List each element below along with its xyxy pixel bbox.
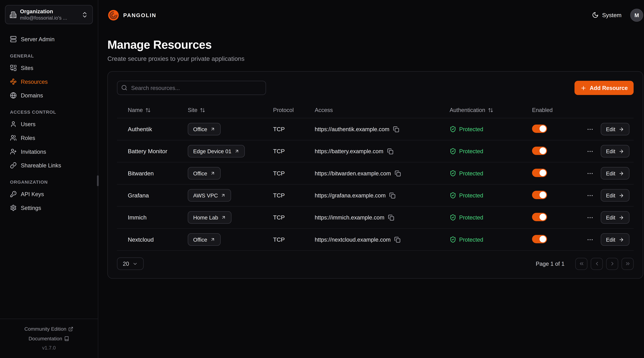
shield-check-icon xyxy=(450,148,456,155)
last-page-button[interactable] xyxy=(622,258,634,270)
enabled-toggle[interactable] xyxy=(532,235,547,243)
row-menu-button[interactable] xyxy=(586,213,594,222)
community-edition-link[interactable]: Community Edition xyxy=(24,324,74,333)
cell-site: Home Lab xyxy=(188,211,273,224)
site-name: AWS VPC xyxy=(193,192,218,198)
resource-name: Authentik xyxy=(128,126,152,133)
copy-url-button[interactable] xyxy=(395,170,401,176)
edit-button[interactable]: Edit xyxy=(600,167,630,180)
sidebar-item-roles[interactable]: Roles xyxy=(5,131,93,144)
toggle-knob xyxy=(540,236,546,242)
shield-check-icon xyxy=(450,236,456,243)
page-title: Manage Resources xyxy=(108,38,643,52)
protocol-value: TCP xyxy=(273,192,285,199)
sidebar-section-access-control: ACCESS CONTROL xyxy=(5,110,93,115)
arrow-right-icon xyxy=(619,193,624,198)
copy-url-button[interactable] xyxy=(394,236,400,242)
sidebar-item-settings[interactable]: Settings xyxy=(5,201,93,214)
sidebar-item-server-admin[interactable]: Server Admin xyxy=(5,33,93,46)
sort-site-button[interactable]: Site xyxy=(188,107,206,113)
sidebar-item-label: Domains xyxy=(21,92,43,99)
page-size-select[interactable]: 20 xyxy=(117,257,144,270)
edit-label: Edit xyxy=(606,126,615,132)
shield-check-icon xyxy=(450,192,456,199)
site-link-button[interactable]: Edge Device 01 xyxy=(188,145,245,157)
cell-enabled xyxy=(532,191,581,200)
copy-url-button[interactable] xyxy=(388,214,394,220)
table-row: Authentik Office TCP https://authentik.e… xyxy=(117,118,634,140)
enabled-toggle[interactable] xyxy=(532,124,547,133)
next-page-button[interactable] xyxy=(606,258,618,270)
cell-actions: Edit xyxy=(581,167,634,180)
sidebar-item-sites[interactable]: Sites xyxy=(5,61,93,75)
brand: PANGOLIN xyxy=(108,9,156,21)
brand-name: PANGOLIN xyxy=(123,12,156,18)
cell-site: Office xyxy=(188,123,273,135)
row-menu-button[interactable] xyxy=(586,125,594,134)
previous-page-button[interactable] xyxy=(591,258,603,270)
edit-label: Edit xyxy=(606,214,615,220)
cell-enabled xyxy=(532,124,581,134)
row-menu-button[interactable] xyxy=(586,169,594,178)
sidebar-item-domains[interactable]: Domains xyxy=(5,89,93,102)
theme-toggle-button[interactable]: System xyxy=(592,12,622,18)
site-link-button[interactable]: Office xyxy=(188,233,220,246)
enabled-toggle[interactable] xyxy=(532,213,547,221)
arrow-up-right-icon xyxy=(210,127,215,132)
arrow-right-icon xyxy=(619,237,624,242)
sidebar-resize-handle[interactable] xyxy=(97,175,99,186)
sidebar-item-label: Shareable Links xyxy=(21,162,61,168)
user-icon xyxy=(10,121,17,127)
sort-icon xyxy=(200,108,205,113)
copy-url-button[interactable] xyxy=(393,126,399,132)
cell-name: Authentik xyxy=(117,126,188,133)
site-link-button[interactable]: AWS VPC xyxy=(188,189,231,202)
first-page-button[interactable] xyxy=(575,258,588,270)
site-name: Edge Device 01 xyxy=(193,148,232,154)
site-link-button[interactable]: Home Lab xyxy=(188,211,232,224)
documentation-link[interactable]: Documentation xyxy=(28,334,69,343)
edit-button[interactable]: Edit xyxy=(600,211,630,224)
edit-button[interactable]: Edit xyxy=(600,189,630,202)
sort-authentication-button[interactable]: Authentication xyxy=(450,107,493,113)
sidebar-item-label: Resources xyxy=(21,79,48,85)
arrow-up-right-icon xyxy=(210,237,215,242)
row-menu-button[interactable] xyxy=(586,147,594,156)
enabled-toggle[interactable] xyxy=(532,191,547,199)
topbar-right: System M xyxy=(592,9,643,22)
sidebar-item-resources[interactable]: Resources xyxy=(5,75,93,88)
sidebar-item-shareable-links[interactable]: Shareable Links xyxy=(5,159,93,172)
sort-name-button[interactable]: Name xyxy=(128,107,151,113)
sidebar-item-api-keys[interactable]: API Keys xyxy=(5,187,93,201)
toggle-knob xyxy=(540,191,546,198)
key-icon xyxy=(10,191,17,197)
protocol-value: TCP xyxy=(273,126,285,133)
enabled-toggle[interactable] xyxy=(532,168,547,177)
org-switcher[interactable]: Organization milo@fossorial.io's ... xyxy=(5,5,93,24)
avatar[interactable]: M xyxy=(630,9,643,22)
add-resource-button[interactable]: Add Resource xyxy=(575,81,634,95)
edit-button[interactable]: Edit xyxy=(600,123,630,135)
copy-url-button[interactable] xyxy=(389,192,396,198)
site-link-button[interactable]: Office xyxy=(188,123,220,135)
row-menu-button[interactable] xyxy=(586,235,594,244)
column-header-authentication: Authentication xyxy=(450,107,485,113)
sidebar-item-users[interactable]: Users xyxy=(5,117,93,131)
toggle-knob xyxy=(540,169,546,176)
table-row: Immich Home Lab TCP https://immich.examp… xyxy=(117,207,634,229)
site-link-button[interactable]: Office xyxy=(188,167,220,180)
sidebar-item-invitations[interactable]: Invitations xyxy=(5,145,93,158)
edit-button[interactable]: Edit xyxy=(600,233,630,246)
search-input[interactable] xyxy=(117,81,266,95)
copy-icon xyxy=(389,192,396,198)
resource-name: Nextcloud xyxy=(128,236,154,243)
copy-icon xyxy=(394,236,400,242)
shield-check-icon xyxy=(450,126,456,133)
org-switcher-text: Organization milo@fossorial.io's ... xyxy=(20,8,78,21)
copy-url-button[interactable] xyxy=(387,148,393,154)
enabled-toggle[interactable] xyxy=(532,146,547,155)
row-menu-button[interactable] xyxy=(586,191,594,200)
cell-access: https://bitwarden.example.com xyxy=(315,170,450,176)
access-url: https://nextcloud.example.com xyxy=(315,236,390,242)
edit-button[interactable]: Edit xyxy=(600,145,630,157)
